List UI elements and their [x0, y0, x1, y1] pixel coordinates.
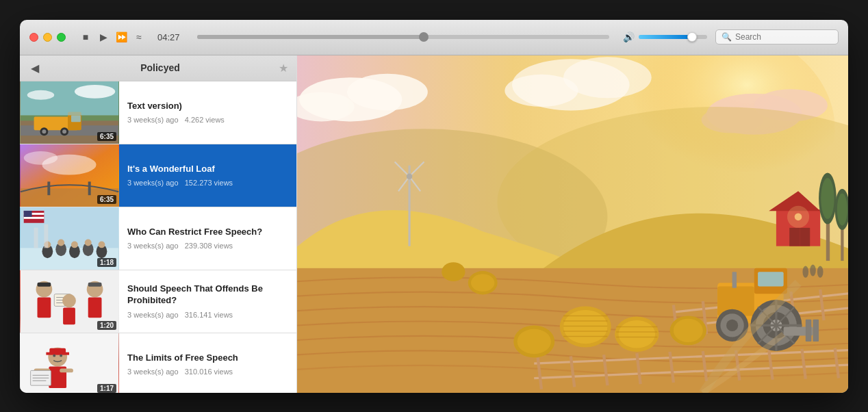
video-duration: 1:18	[97, 258, 116, 267]
svg-rect-25	[24, 210, 32, 216]
video-thumbnail: 1:18	[20, 207, 119, 270]
svg-point-33	[71, 241, 78, 248]
minimize-button[interactable]	[43, 33, 52, 42]
video-meta: 3 weeks(s) ago 316.141 views	[127, 311, 288, 319]
close-button[interactable]	[29, 33, 38, 42]
volume-fill	[639, 35, 692, 39]
video-meta: 3 weeks(s) ago 152.273 views	[127, 179, 288, 187]
svg-point-49	[62, 294, 76, 307]
search-box[interactable]: 🔍	[715, 29, 839, 44]
time-display: 04:27	[157, 32, 183, 42]
svg-rect-54	[46, 352, 69, 355]
play-button[interactable]: ▶	[97, 31, 110, 43]
volume-icon: 🔊	[623, 31, 635, 42]
video-meta: 3 weeks(s) ago 4.262 views	[127, 116, 288, 124]
svg-rect-24	[24, 216, 44, 218]
volume-thumb[interactable]	[687, 32, 697, 42]
main-content: ◀ Policyed ★	[20, 55, 848, 393]
volume-section: 🔊	[623, 31, 707, 42]
svg-rect-47	[38, 282, 51, 286]
video-thumbnail: 1:20	[20, 270, 119, 333]
sidebar-title: Policyed	[140, 62, 180, 73]
svg-rect-10	[71, 115, 81, 122]
svg-rect-160	[297, 55, 848, 393]
volume-bar[interactable]	[639, 35, 707, 39]
sidebar-star-button[interactable]: ★	[279, 62, 288, 75]
list-item[interactable]: 1:18 Who Can Restrict Free Speech? 3 wee…	[20, 207, 296, 270]
svg-rect-40	[38, 297, 51, 318]
svg-rect-57	[60, 368, 73, 372]
video-duration: 1:17	[97, 384, 116, 393]
svg-point-16	[24, 151, 58, 164]
video-thumbnail: 1:17	[20, 333, 119, 393]
video-duration: 1:20	[97, 321, 116, 330]
svg-rect-50	[63, 307, 75, 324]
sidebar-header: ◀ Policyed ★	[20, 55, 296, 81]
list-item[interactable]: 6:35 It's a Wonderful Loaf 3 weeks(s) ag…	[20, 144, 296, 207]
svg-point-34	[85, 239, 92, 246]
video-title: It's a Wonderful Loaf	[127, 164, 288, 175]
video-thumbnail: 6:35	[20, 144, 119, 207]
video-info: It's a Wonderful Loaf 3 weeks(s) ago 152…	[119, 144, 296, 207]
search-input[interactable]	[735, 32, 824, 42]
svg-rect-19	[88, 181, 91, 195]
traffic-lights	[29, 33, 66, 42]
video-meta: 3 weeks(s) ago 310.016 views	[127, 368, 288, 376]
video-meta: 3 weeks(s) ago 239.308 views	[127, 242, 288, 250]
svg-rect-48	[88, 282, 102, 286]
video-info: Who Can Restrict Free Speech? 3 weeks(s)…	[119, 207, 296, 270]
svg-point-35	[99, 241, 105, 248]
svg-rect-36	[34, 227, 38, 248]
progress-bar[interactable]	[197, 35, 609, 39]
titlebar: ■ ▶ ⏩ ≈ 04:27 🔊 🔍	[20, 20, 848, 55]
svg-point-63	[60, 354, 62, 357]
video-title: The Limits of Free Speech	[127, 352, 288, 364]
svg-point-9	[62, 129, 66, 133]
video-title: Should Speech That Offends Be Prohibited…	[127, 283, 288, 307]
svg-point-12	[75, 84, 115, 98]
video-title: Who Can Restrict Free Speech?	[127, 227, 288, 238]
video-thumbnail: 6:35	[20, 81, 119, 144]
video-info: The Limits of Free Speech 3 weeks(s) ago…	[119, 333, 296, 393]
svg-rect-46	[88, 297, 102, 318]
video-player	[297, 55, 848, 393]
svg-point-13	[27, 90, 55, 99]
playback-controls: ■ ▶ ⏩ ≈	[79, 31, 145, 43]
sidebar: ◀ Policyed ★	[20, 55, 297, 393]
video-info: Text version) 3 weeks(s) ago 4.262 views	[119, 81, 296, 144]
video-list: 6:35 Text version) 3 weeks(s) ago 4.262 …	[20, 81, 296, 393]
video-info: Should Speech That Offends Be Prohibited…	[119, 270, 296, 333]
search-icon: 🔍	[722, 32, 732, 42]
main-window: ■ ▶ ⏩ ≈ 04:27 🔊 🔍 ◀	[20, 20, 848, 393]
list-item[interactable]: 1:20 Should Speech That Offends Be Prohi…	[20, 270, 296, 333]
svg-rect-18	[47, 181, 50, 195]
stop-button[interactable]: ■	[79, 31, 92, 43]
video-title: Text version)	[127, 101, 288, 112]
maximize-button[interactable]	[57, 33, 66, 42]
sidebar-back-button[interactable]: ◀	[28, 60, 42, 76]
svg-rect-37	[44, 224, 48, 248]
progress-thumb[interactable]	[419, 32, 429, 42]
svg-point-62	[53, 354, 55, 357]
wave-button[interactable]: ≈	[133, 31, 145, 43]
svg-point-32	[58, 239, 64, 246]
progress-fill	[197, 35, 424, 39]
list-item[interactable]: 1:17 The Limits of Free Speech 3 weeks(s…	[20, 333, 296, 393]
video-duration: 6:35	[97, 132, 116, 141]
list-item[interactable]: 6:35 Text version) 3 weeks(s) ago 4.262 …	[20, 81, 296, 144]
video-duration: 6:35	[97, 195, 116, 204]
forward-button[interactable]: ⏩	[115, 31, 127, 43]
svg-point-8	[42, 129, 46, 133]
